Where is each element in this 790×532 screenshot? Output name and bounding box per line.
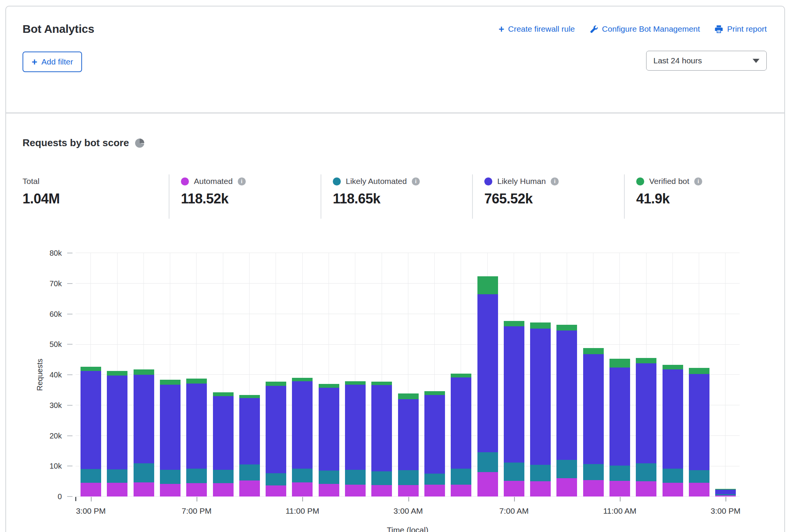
bar-segment[interactable] (371, 382, 392, 385)
bar-segment[interactable] (477, 472, 498, 497)
bar-segment[interactable] (477, 294, 498, 452)
bar-segment[interactable] (477, 276, 498, 294)
bar-segment[interactable] (213, 470, 234, 483)
bar-segment[interactable] (186, 379, 207, 384)
bar-segment[interactable] (345, 381, 366, 385)
bar-segment[interactable] (636, 481, 656, 497)
bar-segment[interactable] (107, 376, 127, 469)
bar-segment[interactable] (530, 465, 551, 481)
bar-segment[interactable] (424, 474, 445, 485)
bar-segment[interactable] (636, 363, 656, 463)
bar-segment[interactable] (81, 371, 101, 469)
bar-segment[interactable] (107, 371, 127, 376)
bar-segment[interactable] (186, 384, 207, 469)
bar-segment[interactable] (424, 391, 445, 395)
bar-segment[interactable] (371, 485, 392, 497)
bar-segment[interactable] (213, 392, 234, 396)
bar-segment[interactable] (319, 384, 339, 388)
bar-segment[interactable] (107, 469, 127, 483)
bar-segment[interactable] (398, 393, 419, 399)
bar-segment[interactable] (107, 483, 127, 497)
bar-segment[interactable] (266, 382, 286, 385)
bar-segment[interactable] (556, 478, 577, 497)
bar-segment[interactable] (530, 329, 551, 465)
bar-segment[interactable] (239, 464, 260, 480)
bar-segment[interactable] (266, 386, 286, 473)
bar-segment[interactable] (160, 484, 181, 497)
info-icon[interactable] (238, 177, 246, 185)
info-icon[interactable] (412, 177, 420, 185)
bar-segment[interactable] (292, 378, 313, 381)
bar-segment[interactable] (663, 365, 683, 370)
bar-segment[interactable] (583, 464, 604, 480)
bar-segment[interactable] (371, 385, 392, 471)
info-icon[interactable] (551, 177, 559, 185)
bar-segment[interactable] (609, 466, 630, 481)
bar-segment[interactable] (160, 380, 181, 385)
bar-segment[interactable] (636, 358, 656, 363)
create-firewall-rule-link[interactable]: + Create firewall rule (499, 24, 575, 34)
bar-segment[interactable] (266, 473, 286, 485)
bar-segment[interactable] (663, 483, 683, 497)
bar-segment[interactable] (134, 375, 154, 463)
bar-segment[interactable] (345, 385, 366, 470)
bar-segment[interactable] (609, 368, 630, 466)
bar-segment[interactable] (213, 483, 234, 497)
bar-segment[interactable] (451, 469, 471, 485)
bar-segment[interactable] (81, 367, 101, 371)
bar-segment[interactable] (292, 469, 313, 483)
bar-segment[interactable] (398, 399, 419, 470)
bar-segment[interactable] (424, 485, 445, 497)
bar-segment[interactable] (556, 460, 577, 478)
bar-segment[interactable] (477, 452, 498, 472)
bar-segment[interactable] (451, 485, 471, 497)
bar-segment[interactable] (689, 470, 709, 483)
bar-segment[interactable] (160, 470, 181, 484)
configure-bot-management-link[interactable]: Configure Bot Management (589, 24, 700, 34)
bar-segment[interactable] (663, 469, 683, 483)
bar-segment[interactable] (451, 377, 471, 468)
bar-segment[interactable] (583, 348, 604, 354)
bar-segment[interactable] (689, 483, 709, 497)
bar-segment[interactable] (556, 325, 577, 330)
bar-segment[interactable] (530, 481, 551, 497)
bar-segment[interactable] (81, 469, 101, 483)
bar-segment[interactable] (292, 482, 313, 497)
bar-segment[interactable] (160, 385, 181, 470)
bar-segment[interactable] (292, 381, 313, 469)
bar-segment[interactable] (239, 480, 260, 497)
bar-segment[interactable] (663, 369, 683, 468)
bar-segment[interactable] (213, 396, 234, 470)
bar-segment[interactable] (689, 374, 709, 470)
bar-segment[interactable] (636, 463, 656, 481)
bar-segment[interactable] (319, 471, 339, 484)
bar-segment[interactable] (134, 463, 154, 482)
bar-segment[interactable] (186, 483, 207, 497)
bar-segment[interactable] (186, 469, 207, 483)
bar-segment[interactable] (583, 480, 604, 497)
bar-segment[interactable] (715, 490, 736, 494)
bar-segment[interactable] (504, 326, 524, 462)
bar-segment[interactable] (609, 359, 630, 368)
bar-segment[interactable] (715, 494, 736, 495)
add-filter-button[interactable]: + Add filter (23, 52, 82, 72)
bar-segment[interactable] (345, 485, 366, 497)
bar-segment[interactable] (715, 489, 736, 490)
bar-segment[interactable] (504, 463, 524, 481)
bar-segment[interactable] (239, 395, 260, 398)
bar-segment[interactable] (81, 483, 101, 497)
bar-segment[interactable] (319, 484, 339, 497)
bar-segment[interactable] (609, 481, 630, 497)
bar-segment[interactable] (556, 330, 577, 460)
bar-segment[interactable] (371, 471, 392, 485)
bar-segment[interactable] (398, 470, 419, 485)
bar-segment[interactable] (504, 321, 524, 326)
bar-segment[interactable] (345, 470, 366, 485)
print-report-link[interactable]: Print report (714, 24, 767, 34)
bar-segment[interactable] (504, 481, 524, 497)
bar-segment[interactable] (689, 368, 709, 374)
bar-segment[interactable] (451, 374, 471, 377)
info-icon[interactable] (694, 177, 702, 185)
bar-segment[interactable] (266, 485, 286, 497)
bar-segment[interactable] (530, 322, 551, 329)
